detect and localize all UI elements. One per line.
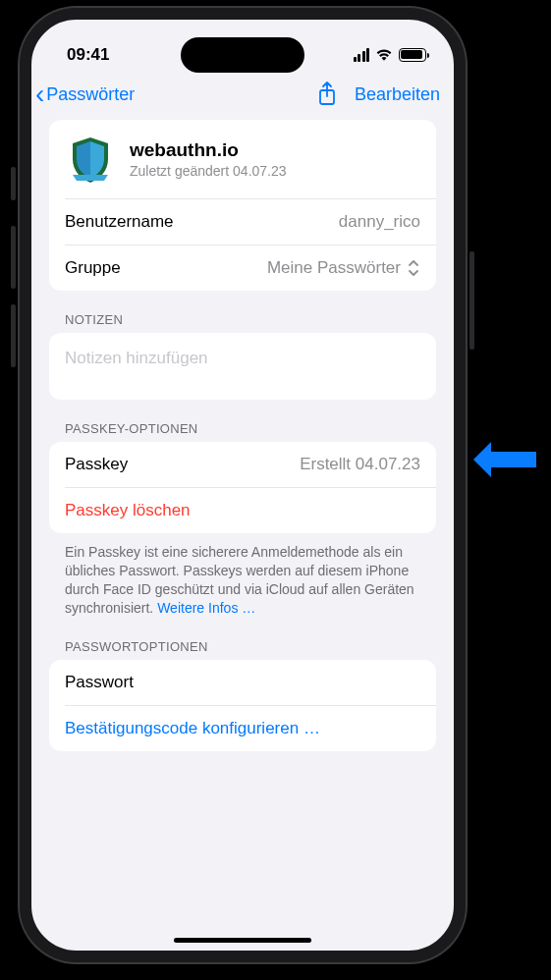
iphone-frame: 09:41 ‹ Passwörter Bearbeiten bbox=[20, 8, 466, 962]
battery-icon bbox=[399, 48, 426, 62]
back-button[interactable]: ‹ Passwörter bbox=[35, 81, 135, 108]
select-chevrons-icon bbox=[407, 259, 420, 277]
share-icon[interactable] bbox=[317, 82, 337, 107]
volume-silence-switch bbox=[11, 167, 16, 200]
setup-code-label: Bestätigungscode konfigurieren … bbox=[65, 719, 320, 738]
dynamic-island bbox=[181, 37, 304, 73]
username-row[interactable]: Benutzername danny_rico bbox=[49, 199, 436, 245]
passkey-footer: Ein Passkey ist eine sicherere Anmeldeme… bbox=[49, 533, 436, 618]
setup-code-button[interactable]: Bestätigungscode konfigurieren … bbox=[49, 706, 436, 751]
site-card: webauthn.io Zuletzt geändert 04.07.23 Be… bbox=[49, 120, 436, 291]
passkey-value: Erstellt 04.07.23 bbox=[300, 455, 420, 474]
notes-section-header: NOTIZEN bbox=[65, 312, 436, 327]
delete-passkey-label: Passkey löschen bbox=[65, 501, 191, 520]
username-value: danny_rico bbox=[339, 212, 420, 232]
group-label: Gruppe bbox=[65, 258, 121, 278]
chevron-left-icon: ‹ bbox=[35, 81, 44, 108]
site-name: webauthn.io bbox=[130, 139, 287, 161]
power-button bbox=[469, 251, 474, 350]
passkey-label: Passkey bbox=[65, 455, 128, 474]
username-label: Benutzername bbox=[65, 212, 174, 232]
notes-placeholder: Notizen hinzufügen bbox=[65, 349, 208, 367]
navigation-bar: ‹ Passwörter Bearbeiten bbox=[31, 73, 454, 120]
volume-up-button bbox=[11, 226, 16, 289]
passkey-card: Passkey Erstellt 04.07.23 Passkey lösche… bbox=[49, 442, 436, 533]
site-header[interactable]: webauthn.io Zuletzt geändert 04.07.23 bbox=[49, 120, 436, 198]
site-favicon bbox=[65, 134, 116, 185]
passkey-row[interactable]: Passkey Erstellt 04.07.23 bbox=[49, 442, 436, 487]
volume-down-button bbox=[11, 304, 16, 367]
site-subtitle: Zuletzt geändert 04.07.23 bbox=[130, 163, 287, 179]
edit-button[interactable]: Bearbeiten bbox=[355, 84, 440, 105]
group-value: Meine Passwörter bbox=[267, 258, 401, 278]
back-label: Passwörter bbox=[46, 84, 135, 105]
status-time: 09:41 bbox=[67, 45, 109, 65]
password-label: Passwort bbox=[65, 673, 134, 692]
home-indicator[interactable] bbox=[174, 938, 311, 943]
wifi-icon bbox=[375, 48, 393, 62]
password-row[interactable]: Passwort bbox=[49, 660, 436, 705]
notes-field[interactable]: Notizen hinzufügen bbox=[49, 333, 436, 400]
password-card: Passwort Bestätigungscode konfigurieren … bbox=[49, 660, 436, 751]
more-info-link[interactable]: Weitere Infos … bbox=[157, 600, 255, 616]
passkey-section-header: PASSKEY-OPTIONEN bbox=[65, 421, 436, 436]
annotation-arrow-icon bbox=[471, 440, 536, 479]
cellular-signal-icon bbox=[354, 48, 370, 62]
group-row[interactable]: Gruppe Meine Passwörter bbox=[49, 245, 436, 291]
scroll-content[interactable]: webauthn.io Zuletzt geändert 04.07.23 Be… bbox=[31, 120, 454, 933]
password-section-header: PASSWORTOPTIONEN bbox=[65, 639, 436, 654]
delete-passkey-button[interactable]: Passkey löschen bbox=[49, 488, 436, 533]
